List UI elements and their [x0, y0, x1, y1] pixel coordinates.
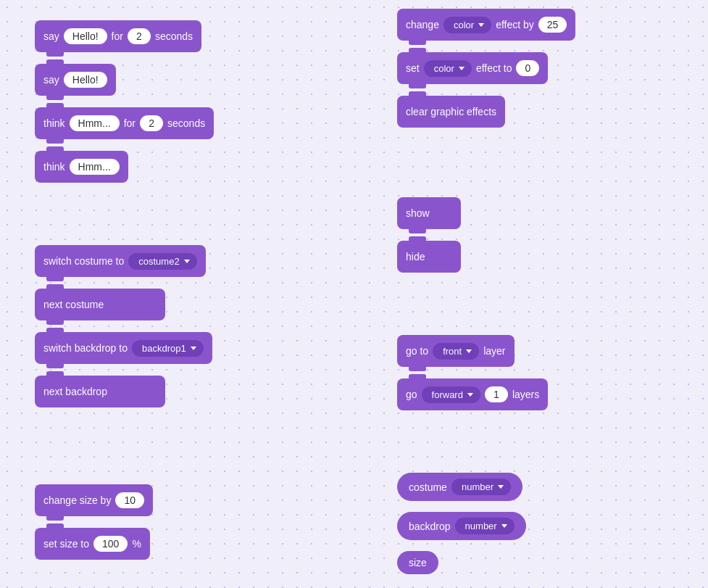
change-size-block[interactable]: change size by 10	[35, 484, 153, 516]
front-dropdown-arrow	[466, 349, 472, 353]
costume-number-label: costume	[409, 481, 447, 493]
backdrop-dropdown-value: backdrop1	[142, 343, 186, 354]
think-for-seconds-block[interactable]: think Hmm... for 2 seconds	[35, 107, 214, 139]
costume-dropdown-arrow	[184, 260, 190, 263]
switch-backdrop-label: switch backdrop to	[43, 342, 128, 354]
show-block[interactable]: show	[397, 197, 461, 229]
forward-dropdown-value: forward	[432, 389, 463, 400]
color-dropdown-value: color	[454, 20, 474, 30]
switch-costume-label: switch costume to	[43, 255, 124, 267]
backdrop-number-dropdown-arrow	[501, 524, 507, 528]
say-input2[interactable]: Hello!	[64, 72, 107, 88]
go-to-label: go to	[406, 345, 428, 357]
change-effect-block[interactable]: change color effect by 25	[397, 9, 575, 41]
layer-label: layer	[483, 345, 505, 357]
show-label: show	[406, 207, 430, 219]
for-label: for	[112, 30, 123, 42]
color-dropdown[interactable]: color	[443, 17, 491, 33]
set-color-dropdown[interactable]: color	[424, 60, 472, 77]
layers-input[interactable]: 1	[485, 386, 508, 402]
switch-costume-block[interactable]: switch costume to costume2	[35, 245, 206, 277]
set-size-label: set size to	[43, 538, 89, 550]
costume-dropdown-value: costume2	[138, 256, 179, 267]
backdrop-dropdown-arrow	[191, 347, 196, 350]
say-input[interactable]: Hello!	[64, 28, 107, 44]
set-size-block[interactable]: set size to 100 %	[35, 528, 150, 560]
backdrop-number-dropdown[interactable]: number	[455, 518, 515, 534]
effect-by-label: effect by	[496, 19, 534, 30]
say-label2: say	[43, 74, 59, 86]
costume-number-dropdown-value: number	[462, 481, 493, 492]
switch-backdrop-block[interactable]: switch backdrop to backdrop1	[35, 332, 212, 364]
change-size-input[interactable]: 10	[115, 492, 144, 508]
think-label2: think	[43, 161, 65, 173]
set-size-input[interactable]: 100	[93, 536, 128, 552]
think-seconds-input[interactable]: 2	[140, 115, 163, 131]
think-block[interactable]: think Hmm...	[35, 151, 128, 183]
costume-number-block[interactable]: costume number	[397, 473, 522, 501]
effect-input[interactable]: 25	[538, 17, 567, 33]
next-costume-label: next costume	[43, 299, 104, 310]
go-layers-block[interactable]: go forward 1 layers	[397, 378, 548, 410]
set-size-suffix: %	[132, 538, 141, 550]
color-dropdown-arrow	[478, 23, 484, 27]
backdrop-number-dropdown-value: number	[465, 521, 497, 531]
say-label: say	[43, 30, 59, 42]
think-input2[interactable]: Hmm...	[70, 159, 120, 175]
go-to-layer-block[interactable]: go to front layer	[397, 335, 515, 367]
front-dropdown[interactable]: front	[433, 343, 479, 360]
set-effect-block[interactable]: set color effect to 0	[397, 52, 548, 84]
say-for-seconds-block[interactable]: say Hello! for 2 seconds	[35, 20, 201, 52]
costume-dropdown[interactable]: costume2	[128, 253, 196, 270]
hide-label: hide	[406, 251, 425, 262]
hide-block[interactable]: hide	[397, 241, 461, 273]
think-seconds-label: seconds	[167, 117, 205, 129]
clear-effects-label: clear graphic effects	[406, 106, 496, 117]
seconds-input[interactable]: 2	[128, 28, 151, 44]
backdrop-dropdown[interactable]: backdrop1	[132, 340, 204, 357]
seconds-label: seconds	[155, 30, 193, 42]
forward-dropdown-arrow	[467, 393, 473, 397]
backdrop-number-label: backdrop	[409, 521, 451, 532]
costume-number-dropdown[interactable]: number	[451, 479, 511, 495]
layers-label: layers	[512, 389, 539, 400]
think-for-label: for	[124, 117, 136, 129]
say-block[interactable]: say Hello!	[35, 64, 116, 96]
change-label: change	[406, 19, 439, 30]
next-costume-block[interactable]: next costume	[35, 289, 165, 320]
forward-dropdown[interactable]: forward	[422, 386, 480, 403]
size-block[interactable]: size	[397, 551, 438, 574]
think-label: think	[43, 117, 65, 129]
set-color-dropdown-arrow	[459, 67, 465, 70]
clear-effects-block[interactable]: clear graphic effects	[397, 96, 505, 128]
next-backdrop-block[interactable]: next backdrop	[35, 376, 165, 407]
front-dropdown-value: front	[443, 346, 462, 357]
go-label: go	[406, 389, 417, 400]
set-color-dropdown-value: color	[434, 63, 454, 74]
think-input[interactable]: Hmm...	[70, 115, 120, 131]
costume-number-dropdown-arrow	[498, 485, 504, 489]
set-effect-input[interactable]: 0	[516, 60, 539, 76]
size-label: size	[409, 557, 427, 568]
change-size-label: change size by	[43, 494, 111, 506]
backdrop-number-block[interactable]: backdrop number	[397, 512, 526, 540]
next-backdrop-label: next backdrop	[43, 386, 107, 397]
effect-to-label: effect to	[476, 62, 512, 74]
blocks-canvas: say Hello! for 2 seconds say Hello! thin…	[0, 0, 708, 588]
set-label: set	[406, 62, 420, 74]
